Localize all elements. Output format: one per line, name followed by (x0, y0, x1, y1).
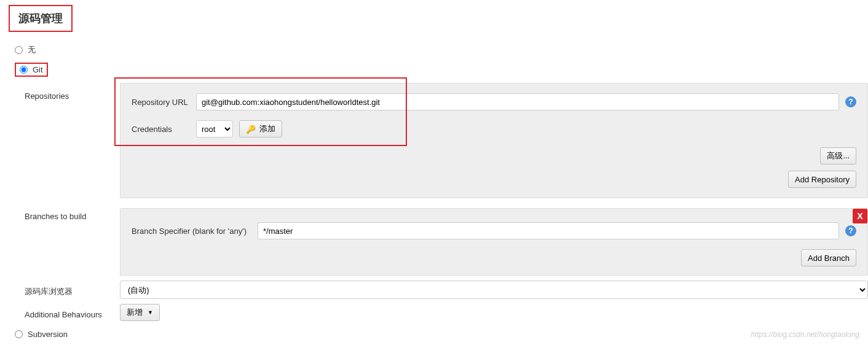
repo-browser-select[interactable]: (自动) (120, 281, 868, 299)
branches-label: Branches to build (25, 203, 120, 221)
scm-subversion-label: Subversion (28, 330, 68, 339)
scm-subversion-option[interactable]: Subversion (14, 326, 868, 343)
additional-label: Additional Behaviours (25, 306, 120, 319)
repositories-panel: Repository URL ? Credentials root 🔑 添加 (120, 83, 868, 198)
repo-browser-label: 源码库浏览器 (25, 282, 120, 297)
repo-url-label: Repository URL (132, 98, 196, 107)
branch-specifier-label: Branch Specifier (blank for 'any') (132, 227, 258, 236)
add-repository-button[interactable]: Add Repository (788, 171, 856, 188)
scm-none-option[interactable]: 无 (14, 41, 868, 59)
scm-radio-list: 无 Git (0, 37, 868, 80)
delete-branch-button[interactable]: X (853, 209, 867, 223)
branch-specifier-input[interactable] (258, 222, 839, 239)
add-branch-button[interactable]: Add Branch (801, 249, 856, 266)
section-title: 源码管理 (9, 5, 73, 32)
additional-add-button[interactable]: 新增 ▼ (120, 304, 160, 321)
scm-git-radio[interactable] (20, 66, 28, 74)
add-credential-label: 添加 (259, 123, 275, 134)
help-icon[interactable]: ? (845, 96, 856, 107)
repositories-label: Repositories (25, 83, 120, 101)
scm-none-label: 无 (28, 44, 36, 55)
key-icon: 🔑 (246, 125, 256, 134)
branches-panel: X Branch Specifier (blank for 'any') ? A… (120, 208, 868, 276)
advanced-button[interactable]: 高级... (820, 147, 856, 165)
scm-git-option[interactable]: Git (15, 63, 48, 77)
scm-none-radio[interactable] (15, 46, 23, 54)
repo-url-input[interactable] (196, 93, 839, 110)
credentials-select[interactable]: root (196, 120, 233, 138)
additional-add-label: 新增 (127, 307, 143, 318)
chevron-down-icon: ▼ (148, 309, 153, 316)
credentials-label: Credentials (132, 125, 196, 134)
scm-git-label: Git (33, 65, 43, 74)
scm-subversion-radio[interactable] (15, 330, 23, 338)
add-credential-button[interactable]: 🔑 添加 (239, 120, 282, 138)
help-icon[interactable]: ? (845, 225, 856, 236)
